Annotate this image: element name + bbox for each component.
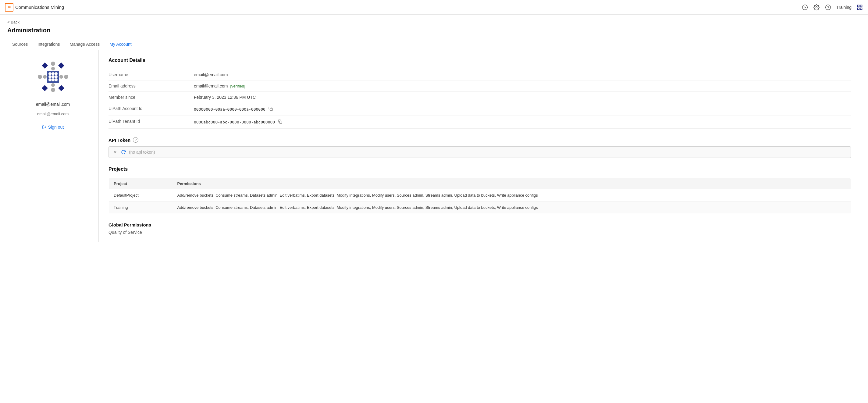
svg-rect-32 [279, 121, 282, 123]
detail-row-email: Email address email@email.com [verified] [108, 81, 851, 92]
value-account-id: 00000000-00aa-0000-000a-000000 [194, 106, 273, 113]
svg-point-27 [49, 79, 52, 82]
copy-account-id-button[interactable] [268, 106, 273, 113]
global-perms-value: Quality of Service [108, 230, 851, 235]
nav-left: Ui Communications Mining [5, 3, 64, 11]
project-name-training: Training [109, 202, 173, 214]
token-placeholder: (no api token) [129, 150, 847, 155]
global-perms-title: Global Permissions [108, 222, 851, 227]
left-panel: email@email.com email@email.com Sign out [7, 50, 99, 242]
svg-point-13 [38, 75, 42, 79]
projects-section: Projects Project Permissions DefaultProj… [108, 166, 851, 214]
page-title: Administration [7, 27, 861, 34]
page-content: < Back Administration Sources Integratio… [0, 14, 868, 247]
avatar-container [36, 60, 70, 94]
project-perms-training: Add/remove buckets, Consume streams, Dat… [173, 202, 851, 214]
api-token-help-icon[interactable]: ? [133, 137, 138, 143]
value-email: email@email.com [verified] [194, 84, 245, 88]
nav-right: Training [802, 4, 863, 11]
detail-row-account-id: UiPath Account Id 00000000-00aa-0000-000… [108, 103, 851, 116]
label-account-id: UiPath Account Id [108, 106, 194, 111]
project-perms-default: Add/remove buckets, Consume streams, Dat… [173, 189, 851, 202]
svg-rect-7 [860, 8, 862, 9]
api-token-header: API Token ? [108, 137, 851, 143]
svg-point-18 [51, 67, 55, 70]
value-tenant-id: 0000abc000-abc-0000-0000-abc000000 [194, 119, 283, 125]
logo-container: Ui Communications Mining [5, 3, 64, 11]
global-permissions-section: Global Permissions Quality of Service [108, 222, 851, 235]
tab-integrations[interactable]: Integrations [33, 39, 65, 50]
label-tenant-id: UiPath Tenant Id [108, 119, 194, 124]
apps-grid-icon[interactable] [857, 4, 863, 11]
project-name-default: DefaultProject [109, 189, 173, 202]
value-username: email@email.com [194, 72, 228, 77]
svg-point-14 [64, 75, 68, 79]
tab-manage-access[interactable]: Manage Access [65, 39, 105, 50]
table-row: Training Add/remove buckets, Consume str… [109, 202, 851, 214]
clear-token-button[interactable] [113, 149, 118, 155]
right-panel: Account Details Username email@email.com… [99, 50, 861, 242]
label-username: Username [108, 72, 194, 77]
svg-point-29 [55, 79, 58, 82]
api-token-label: API Token [108, 137, 130, 143]
main-layout: email@email.com email@email.com Sign out… [7, 50, 861, 242]
svg-rect-6 [858, 8, 860, 9]
svg-rect-5 [860, 5, 862, 7]
projects-title: Projects [108, 166, 851, 172]
user-email-primary: email@email.com [36, 102, 70, 107]
tab-my-account[interactable]: My Account [104, 39, 136, 50]
tenant-label: Training [836, 5, 851, 10]
projects-table: Project Permissions DefaultProject Add/r… [108, 178, 851, 214]
settings-icon[interactable] [813, 4, 820, 11]
svg-point-24 [49, 75, 52, 79]
value-member-since: February 3, 2023 12:36 PM UTC [194, 95, 256, 100]
svg-point-17 [59, 75, 63, 79]
svg-point-28 [52, 79, 55, 82]
account-details-section: Account Details Username email@email.com… [108, 58, 851, 129]
back-link[interactable]: < Back [7, 20, 20, 24]
svg-point-1 [815, 6, 817, 8]
svg-point-2 [826, 5, 831, 10]
tabs-container: Sources Integrations Manage Access My Ac… [7, 39, 861, 50]
user-email-secondary: email@email.com [37, 112, 69, 116]
verified-badge: [verified] [230, 84, 245, 88]
svg-point-25 [52, 75, 55, 79]
copy-tenant-id-button[interactable] [277, 119, 283, 125]
svg-rect-4 [858, 5, 860, 7]
detail-row-tenant-id: UiPath Tenant Id 0000abc000-abc-0000-000… [108, 116, 851, 129]
svg-point-26 [55, 75, 58, 79]
svg-point-22 [52, 72, 55, 75]
regenerate-token-button[interactable] [120, 149, 126, 155]
svg-point-16 [43, 75, 46, 79]
sign-out-button[interactable]: Sign out [40, 123, 66, 131]
account-details-title: Account Details [108, 58, 851, 63]
label-email: Email address [108, 84, 194, 88]
col-project: Project [109, 178, 173, 189]
table-row: DefaultProject Add/remove buckets, Consu… [109, 189, 851, 202]
svg-point-12 [51, 62, 55, 66]
svg-marker-9 [58, 62, 64, 69]
svg-point-15 [51, 88, 55, 92]
help-icon[interactable] [825, 4, 831, 11]
svg-marker-8 [42, 62, 48, 69]
clock-icon[interactable] [802, 4, 808, 11]
api-token-input: (no api token) [108, 146, 851, 158]
svg-marker-10 [42, 85, 48, 91]
detail-row-username: Username email@email.com [108, 69, 851, 81]
col-permissions: Permissions [173, 178, 851, 189]
uipath-logo: Ui [5, 3, 13, 11]
avatar [36, 60, 70, 94]
svg-point-19 [51, 83, 55, 87]
api-token-section: API Token ? (no api token) [108, 137, 851, 158]
tab-sources[interactable]: Sources [7, 39, 33, 50]
app-name: Communications Mining [15, 5, 64, 10]
svg-rect-31 [270, 108, 273, 111]
svg-point-21 [49, 72, 52, 75]
label-member-since: Member since [108, 95, 194, 100]
svg-marker-11 [58, 85, 64, 91]
svg-point-23 [55, 72, 58, 75]
sign-out-icon [42, 125, 46, 129]
top-nav: Ui Communications Mining Training [0, 0, 868, 14]
detail-row-member-since: Member since February 3, 2023 12:36 PM U… [108, 92, 851, 103]
